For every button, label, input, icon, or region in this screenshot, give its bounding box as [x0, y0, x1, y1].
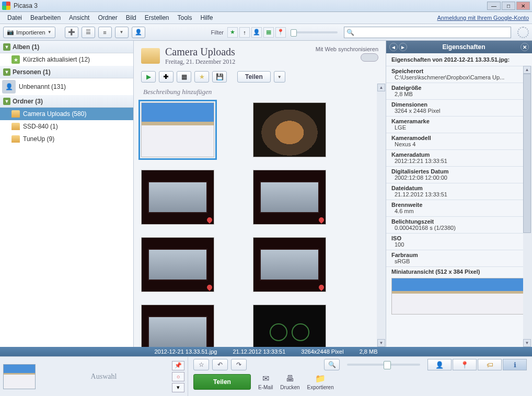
- thumbnail[interactable]: [253, 102, 326, 157]
- sidebar-header-folders[interactable]: ▼ Ordner (3): [0, 95, 133, 108]
- filter-face-icon[interactable]: 👤: [251, 27, 262, 38]
- app-logo-icon: [2, 2, 10, 10]
- menu-view[interactable]: Ansicht: [65, 13, 94, 22]
- import-icon: 📷: [7, 29, 14, 36]
- print-button[interactable]: 🖶Drucken: [280, 374, 299, 390]
- menu-create[interactable]: Erstellen: [141, 13, 174, 22]
- view-details-button[interactable]: ≡: [98, 27, 112, 38]
- album-title: Camera Uploads: [165, 46, 235, 58]
- menubar: Datei Bearbeiten Ansicht Ordner Bild Ers…: [0, 12, 532, 24]
- sidebar-item-unnamed-person[interactable]: 👤 Unbenannt (131): [0, 78, 133, 95]
- filter-upload-icon[interactable]: ↑: [239, 27, 250, 38]
- collapse-icon: ▼: [3, 43, 10, 51]
- view-dropdown-button[interactable]: ▼: [115, 27, 129, 38]
- filter-slider[interactable]: [291, 31, 338, 33]
- scroll-down-button[interactable]: ▼: [523, 339, 531, 347]
- folder-icon: [141, 48, 160, 64]
- search-box[interactable]: 🔍: [344, 27, 511, 38]
- search-icon: 🔍: [346, 29, 354, 36]
- tag-people-button[interactable]: 👤: [427, 359, 452, 370]
- sidebar-header-people[interactable]: ▼ Personen (1): [0, 66, 133, 78]
- menu-folder[interactable]: Ordner: [94, 13, 121, 22]
- menu-file[interactable]: Datei: [3, 13, 26, 22]
- menu-tools[interactable]: Tools: [173, 13, 196, 22]
- rotate-left-button[interactable]: ↶: [212, 359, 228, 370]
- prop-row: SpeicherortC:\Users\kschmerer\Dropbox\Ca…: [386, 66, 532, 83]
- maximize-button[interactable]: □: [502, 2, 515, 10]
- clear-selection-button[interactable]: ○: [172, 372, 184, 381]
- menu-help[interactable]: Hilfe: [196, 13, 217, 22]
- star-button[interactable]: ★: [194, 71, 209, 83]
- sidebar-header-albums[interactable]: ▼ Alben (1): [0, 41, 133, 53]
- create-collage-button[interactable]: ▦: [177, 71, 191, 83]
- filter-movie-icon[interactable]: ▦: [263, 27, 274, 38]
- status-filename: 2012-12-21 13.33.51.jpg: [154, 348, 217, 355]
- menu-image[interactable]: Bild: [122, 13, 141, 22]
- signin-link[interactable]: Anmeldung mit Ihrem Google-Konto: [437, 15, 529, 21]
- import-button[interactable]: 📷 Importieren ▼: [3, 27, 55, 38]
- print-icon: 🖶: [286, 374, 294, 383]
- info-button[interactable]: ℹ: [503, 359, 527, 370]
- sidebar-item-recent[interactable]: ★ Kürzlich aktualisiert (12): [0, 53, 133, 66]
- export-button[interactable]: 📁Exportieren: [307, 374, 334, 390]
- next-button[interactable]: ►: [399, 43, 407, 51]
- thumbnail[interactable]: [253, 237, 326, 292]
- thumbnail[interactable]: [141, 237, 214, 292]
- chevron-down-icon: ▼: [48, 30, 52, 34]
- save-button[interactable]: 💾: [212, 71, 227, 83]
- thumbnail[interactable]: [141, 305, 214, 347]
- thumbnail[interactable]: [253, 170, 326, 225]
- scroll-thumb[interactable]: [523, 74, 531, 233]
- album-description-input[interactable]: Beschreibung hinzufügen: [134, 85, 386, 99]
- close-panel-button[interactable]: ✕: [521, 43, 529, 51]
- share-big-button[interactable]: Teilen: [193, 374, 251, 390]
- share-button[interactable]: Teilen: [237, 71, 271, 83]
- add-photos-button[interactable]: 🞤: [159, 71, 174, 83]
- new-album-button[interactable]: ➕: [65, 27, 78, 38]
- prev-button[interactable]: ◄: [389, 43, 398, 51]
- albums-header-label: Alben (1): [13, 43, 39, 51]
- people-view-button[interactable]: 👤: [132, 27, 145, 38]
- scroll-up-button[interactable]: ▲: [377, 84, 385, 91]
- tag-keywords-button[interactable]: 🏷: [478, 359, 502, 370]
- filter-geo-icon[interactable]: 📍: [275, 27, 286, 38]
- sidebar-item-ssd840[interactable]: SSD-840 (1): [0, 120, 133, 133]
- tag-location-button[interactable]: 📍: [453, 359, 477, 370]
- scroll-up-button[interactable]: ▲: [523, 66, 531, 74]
- collapse-icon: ▼: [3, 98, 10, 105]
- rotate-right-button[interactable]: ↷: [231, 359, 247, 370]
- add-to-album-button[interactable]: ▾: [172, 383, 184, 392]
- prop-row: ISO100: [386, 233, 532, 250]
- filter-star-icon[interactable]: ★: [227, 27, 238, 38]
- scrollbar[interactable]: ▲ ▼: [377, 84, 386, 347]
- view-list-button[interactable]: ☰: [82, 27, 95, 38]
- sidebar-item-label: Kürzlich aktualisiert (12): [23, 56, 90, 63]
- selection-area: Auswahl 📌 ○ ▾: [0, 357, 188, 396]
- prop-row: Digitalisiertes Datum2002:12:08 12:00:00: [386, 166, 532, 183]
- menu-edit[interactable]: Bearbeiten: [26, 13, 65, 22]
- close-button[interactable]: ✕: [516, 2, 530, 10]
- prop-row: Dateigröße2,8 MB: [386, 83, 532, 99]
- search-input[interactable]: [356, 29, 508, 36]
- selection-thumbnail[interactable]: [3, 364, 36, 389]
- prop-row: KameramarkeLGE: [386, 116, 532, 133]
- play-slideshow-button[interactable]: ▶: [141, 71, 156, 83]
- prop-row: Brennweite4.6 mm: [386, 200, 532, 216]
- sidebar-item-camera-uploads[interactable]: Camera Uploads (580): [0, 108, 133, 120]
- pin-button[interactable]: 📌: [172, 361, 184, 370]
- star-toggle-button[interactable]: ☆: [193, 359, 209, 370]
- zoom-fit-button[interactable]: 🔍: [324, 359, 340, 370]
- prop-thumbnail: Miniaturansicht (512 x 384 Pixel): [386, 266, 532, 277]
- scroll-down-button[interactable]: ▼: [377, 339, 385, 347]
- email-button[interactable]: ✉E-Mail: [258, 374, 273, 390]
- zoom-slider[interactable]: [347, 364, 420, 366]
- share-dropdown-button[interactable]: ▼: [274, 71, 285, 83]
- filter-label: Filter: [211, 29, 224, 36]
- scrollbar[interactable]: ▲ ▼: [523, 66, 532, 347]
- minimize-button[interactable]: —: [487, 2, 501, 10]
- thumbnail[interactable]: [253, 305, 326, 347]
- sync-toggle[interactable]: [361, 53, 378, 62]
- sidebar-item-tuneup[interactable]: TuneUp (9): [0, 133, 133, 145]
- thumbnail[interactable]: [141, 102, 214, 157]
- thumbnail[interactable]: [141, 170, 214, 225]
